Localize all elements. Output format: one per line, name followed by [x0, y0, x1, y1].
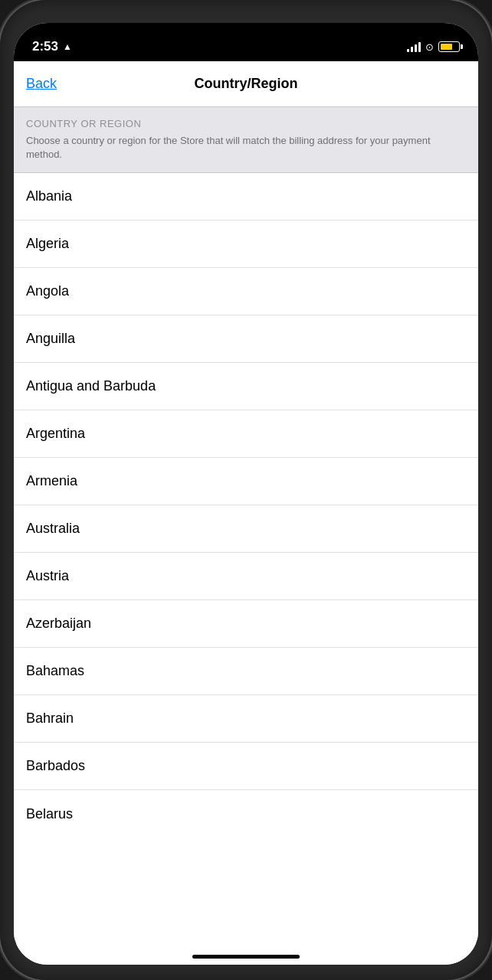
signal-bar-2 [411, 47, 413, 52]
country-name-label: Barbados [26, 758, 85, 774]
time-display: 2:53 [32, 39, 58, 54]
country-name-label: Belarus [26, 806, 73, 822]
section-header: COUNTRY OR REGION Choose a country or re… [14, 107, 478, 173]
country-name-label: Australia [26, 521, 80, 537]
country-name-label: Albania [26, 188, 72, 204]
list-item[interactable]: Albania [14, 173, 478, 220]
list-item[interactable]: Anguilla [14, 315, 478, 363]
list-item[interactable]: Australia [14, 505, 478, 553]
home-indicator [192, 955, 300, 959]
list-item[interactable]: Azerbaijan [14, 600, 478, 648]
notch [185, 23, 307, 47]
signal-bars-icon [407, 41, 421, 52]
list-item[interactable]: Bahrain [14, 695, 478, 743]
country-name-label: Argentina [26, 426, 85, 442]
status-bar: 2:53 ▲ ⊙ [14, 23, 478, 61]
signal-bar-4 [418, 42, 421, 52]
list-item[interactable]: Algeria [14, 220, 478, 268]
phone-screen: 2:53 ▲ ⊙ Back Country/Regi [14, 23, 478, 965]
country-name-label: Anguilla [26, 331, 75, 347]
battery-icon [438, 41, 460, 52]
country-name-label: Armenia [26, 473, 77, 489]
country-name-label: Azerbaijan [26, 616, 91, 632]
section-header-description: Choose a country or region for the Store… [26, 134, 466, 162]
list-item[interactable]: Austria [14, 553, 478, 600]
list-item[interactable]: Argentina [14, 410, 478, 458]
country-name-label: Algeria [26, 236, 69, 252]
country-name-label: Austria [26, 568, 69, 584]
phone-frame: 2:53 ▲ ⊙ Back Country/Regi [0, 0, 492, 980]
back-button[interactable]: Back [26, 76, 57, 92]
battery-fill [441, 44, 452, 50]
status-time: 2:53 ▲ [32, 39, 72, 54]
nav-bar: Back Country/Region [14, 61, 478, 107]
page-title: Country/Region [195, 76, 298, 92]
list-item[interactable]: Antigua and Barbuda [14, 363, 478, 410]
country-name-label: Bahamas [26, 663, 84, 679]
list-item[interactable]: Barbados [14, 743, 478, 790]
country-name-label: Bahrain [26, 710, 74, 727]
wifi-icon: ⊙ [425, 41, 434, 53]
signal-bar-1 [407, 49, 409, 52]
list-item[interactable]: Belarus [14, 790, 478, 838]
country-list[interactable]: AlbaniaAlgeriaAngolaAnguillaAntigua and … [14, 173, 478, 965]
section-header-title: COUNTRY OR REGION [26, 118, 466, 129]
status-icons: ⊙ [407, 41, 460, 53]
location-arrow-icon: ▲ [63, 41, 72, 52]
content-area: Back Country/Region COUNTRY OR REGION Ch… [14, 61, 478, 965]
signal-bar-3 [415, 44, 417, 52]
list-item[interactable]: Angola [14, 268, 478, 315]
country-name-label: Antigua and Barbuda [26, 378, 156, 394]
country-name-label: Angola [26, 283, 69, 299]
list-item[interactable]: Bahamas [14, 648, 478, 695]
list-item[interactable]: Armenia [14, 458, 478, 505]
